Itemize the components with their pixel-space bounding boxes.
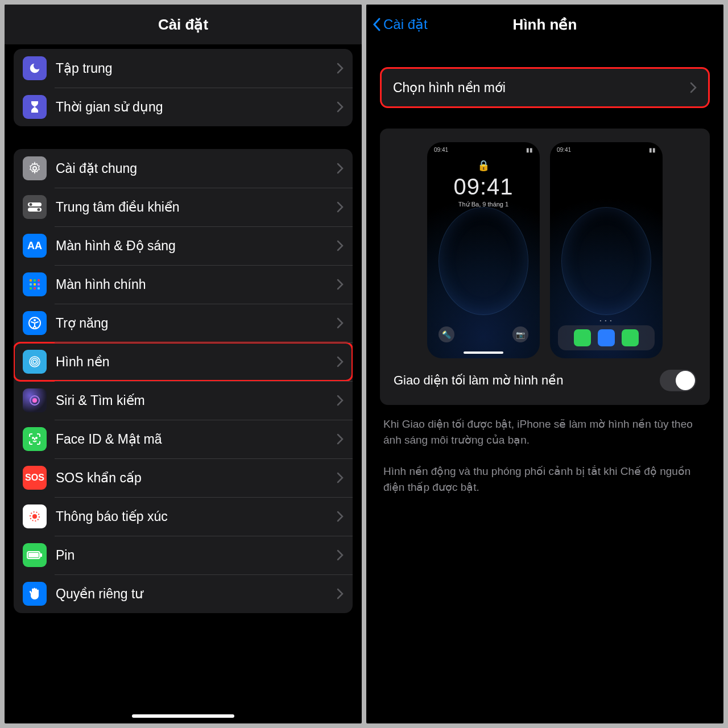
- settings-group-focus: Tập trung Thời gian sử dụng: [14, 49, 353, 126]
- preview-statusbar: 09:41▮▮: [434, 147, 533, 153]
- preview-date: Thứ Ba, 9 tháng 1: [458, 201, 508, 208]
- chevron-right-icon: [337, 317, 344, 329]
- chevron-right-icon: [337, 588, 344, 599]
- row-label: Tập trung: [56, 61, 337, 76]
- gear-icon: [23, 156, 47, 180]
- row-focus[interactable]: Tập trung: [14, 49, 353, 88]
- sos-icon: SOS: [23, 466, 47, 490]
- wallpaper-title: Hình nền: [513, 16, 577, 34]
- battery-icon: [23, 543, 47, 567]
- accessibility-icon: [23, 311, 47, 335]
- svg-rect-8: [30, 283, 32, 286]
- svg-point-0: [33, 167, 36, 170]
- row-sos[interactable]: SOS SOS khẩn cấp: [14, 458, 353, 497]
- row-battery[interactable]: Pin: [14, 536, 353, 574]
- row-label: Cài đặt chung: [56, 161, 337, 176]
- page-dots: • • •: [550, 318, 663, 323]
- row-homescreen[interactable]: Màn hình chính: [14, 265, 353, 304]
- row-label: SOS khẩn cấp: [56, 470, 337, 486]
- chevron-right-icon: [337, 201, 344, 213]
- row-label: Màn hình & Độ sáng: [56, 238, 337, 254]
- svg-point-23: [32, 514, 37, 519]
- faceid-icon: [23, 427, 47, 451]
- svg-point-21: [32, 437, 34, 439]
- dim-toggle[interactable]: [660, 370, 696, 391]
- back-label: Cài đặt: [383, 16, 428, 32]
- svg-point-16: [33, 360, 36, 363]
- row-siri[interactable]: Siri & Tìm kiếm: [14, 381, 353, 420]
- chevron-right-icon: [337, 163, 344, 174]
- wallpaper-previews: 09:41▮▮ 🔒 09:41 Thứ Ba, 9 tháng 1 🔦 📷 09…: [389, 142, 701, 358]
- home-indicator[interactable]: [132, 714, 234, 718]
- row-display[interactable]: AA Màn hình & Độ sáng: [14, 226, 353, 265]
- row-label: Trợ năng: [56, 316, 337, 331]
- row-label: Pin: [56, 548, 337, 563]
- description-2: Hình nền động và thu phóng phối cảnh bị …: [383, 464, 706, 495]
- chevron-right-icon: [337, 433, 344, 445]
- lockscreen-shortcuts: 🔦 📷: [427, 326, 540, 342]
- row-label: Thời gian sử dụng: [56, 100, 337, 115]
- choose-label: Chọn hình nền mới: [393, 80, 690, 96]
- choose-wallpaper-row[interactable]: Chọn hình nền mới: [380, 67, 710, 108]
- svg-point-2: [30, 203, 32, 206]
- chevron-right-icon: [337, 279, 344, 290]
- preview-dock: [558, 325, 655, 350]
- preview-time: 09:41: [453, 174, 513, 200]
- svg-rect-11: [30, 287, 32, 289]
- svg-point-4: [38, 208, 40, 211]
- row-controlcenter[interactable]: Trung tâm điều khiển: [14, 188, 353, 226]
- settings-header: Cài đặt: [5, 5, 362, 44]
- svg-rect-9: [34, 283, 36, 286]
- safari-app-icon: [598, 329, 615, 346]
- toggles-icon: [23, 195, 47, 219]
- exposure-icon: [23, 504, 47, 528]
- row-general[interactable]: Cài đặt chung: [14, 149, 353, 188]
- svg-rect-12: [34, 287, 36, 289]
- row-label: Face ID & Mật mã: [56, 432, 337, 447]
- svg-point-20: [32, 398, 37, 403]
- chevron-right-icon: [337, 240, 344, 251]
- settings-screen: Cài đặt Tập trung Thời gian sử dụng: [5, 5, 362, 723]
- flashlight-icon: 🔦: [439, 326, 454, 342]
- row-exposure[interactable]: Thông báo tiếp xúc: [14, 497, 353, 536]
- chevron-right-icon: [337, 356, 344, 367]
- messages-app-icon: [622, 329, 639, 346]
- svg-point-15: [34, 319, 36, 321]
- lockscreen-preview[interactable]: 09:41▮▮ 🔒 09:41 Thứ Ba, 9 tháng 1 🔦 📷: [427, 142, 540, 358]
- back-button[interactable]: Cài đặt: [372, 5, 428, 44]
- lock-icon: 🔒: [477, 159, 490, 172]
- row-label: Quyền riêng tư: [56, 586, 337, 602]
- row-label: Hình nền: [56, 354, 337, 370]
- row-label: Thông báo tiếp xúc: [56, 509, 337, 524]
- svg-rect-10: [38, 283, 40, 286]
- phone-app-icon: [574, 329, 591, 346]
- svg-rect-27: [40, 553, 42, 557]
- dim-label: Giao diện tối làm mờ hình nền: [394, 373, 660, 388]
- svg-rect-6: [34, 279, 36, 282]
- chevron-right-icon: [337, 395, 344, 406]
- dim-wallpaper-row: Giao diện tối làm mờ hình nền: [389, 358, 701, 395]
- chevron-right-icon: [690, 82, 697, 93]
- wallpaper-content: Chọn hình nền mới 09:41▮▮ 🔒 09:41 Thứ Ba…: [366, 44, 723, 495]
- row-faceid[interactable]: Face ID & Mật mã: [14, 420, 353, 458]
- wallpaper-header: Cài đặt Hình nền: [366, 5, 723, 44]
- svg-rect-26: [28, 553, 39, 557]
- homescreen-preview[interactable]: 09:41▮▮ • • •: [550, 142, 663, 358]
- chevron-right-icon: [337, 549, 344, 561]
- focus-icon: [23, 56, 47, 80]
- wallpaper-preview-group: 09:41▮▮ 🔒 09:41 Thứ Ba, 9 tháng 1 🔦 📷 09…: [380, 129, 710, 405]
- row-screentime[interactable]: Thời gian sử dụng: [14, 88, 353, 126]
- appgrid-icon: [23, 272, 47, 296]
- row-wallpaper[interactable]: Hình nền: [14, 342, 353, 381]
- row-label: Siri & Tìm kiếm: [56, 393, 337, 408]
- row-label: Trung tâm điều khiển: [56, 200, 337, 215]
- settings-group-main: Cài đặt chung Trung tâm điều khiển AA Mà…: [14, 149, 353, 613]
- row-privacy[interactable]: Quyền riêng tư: [14, 574, 353, 613]
- svg-point-17: [31, 358, 38, 365]
- row-accessibility[interactable]: Trợ năng: [14, 304, 353, 342]
- chevron-right-icon: [337, 63, 344, 74]
- preview-statusbar: 09:41▮▮: [557, 147, 656, 153]
- description-1: Khi Giao diện tối được bật, iPhone sẽ là…: [383, 416, 706, 448]
- svg-rect-7: [38, 279, 40, 282]
- chevron-right-icon: [337, 511, 344, 522]
